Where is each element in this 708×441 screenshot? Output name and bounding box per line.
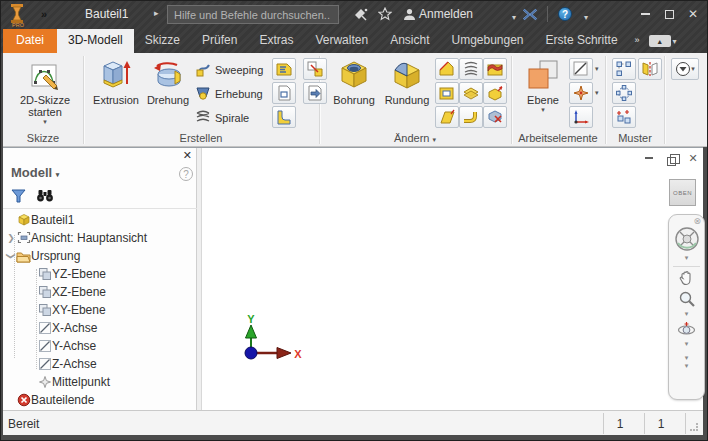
ebene-button[interactable]: Ebene ▾ <box>521 56 565 130</box>
kombinieren-icon <box>486 60 504 78</box>
tree-item-mittelpunkt[interactable]: Mittelpunkt <box>3 373 197 391</box>
help-icon[interactable]: ? <box>557 6 573 22</box>
viewcube[interactable]: OBEN <box>669 179 696 206</box>
sign-in-button[interactable]: Anmelden <box>419 7 473 21</box>
tree-item-hauptansicht[interactable]: ❯ Ansicht: Hauptansicht <box>3 229 197 247</box>
orbit-dropdown-icon[interactable]: ▾ <box>669 340 704 348</box>
navbar-more-icon[interactable]: ▾▾ <box>669 354 704 370</box>
orbit-button[interactable] <box>669 321 704 338</box>
tab-verwalten[interactable]: Verwalten <box>304 29 379 53</box>
rundung-button[interactable]: Rundung <box>380 56 434 130</box>
verdicken-button[interactable] <box>459 82 483 104</box>
tree-item-ursprung[interactable]: ❯ Ursprung <box>3 247 197 265</box>
tab-datei[interactable]: Datei <box>3 29 57 53</box>
doc-close-button[interactable]: ✕ <box>684 151 702 165</box>
maximize-button[interactable] <box>659 5 679 23</box>
doc-minimize-button[interactable] <box>640 151 658 165</box>
tree-item-bauteil1[interactable]: Bauteil1 <box>3 211 197 229</box>
resize-grip[interactable] <box>690 423 699 432</box>
bohrung-button[interactable]: Bohrung <box>327 56 381 130</box>
browser-header[interactable]: Modell ▾ <box>11 165 59 180</box>
group-label-aendern[interactable]: Ändern ▾ <box>319 132 511 144</box>
svg-text:X: X <box>294 348 302 360</box>
favorites-star-icon[interactable] <box>377 6 393 22</box>
ribbon-options-button[interactable]: ▾ <box>671 58 699 80</box>
group-label-erstellen[interactable]: Erstellen <box>83 132 319 144</box>
browser-help-icon[interactable]: ? <box>179 167 193 181</box>
koerper-verschieben-button[interactable] <box>483 82 507 104</box>
achse-dropdown-icon[interactable]: ▾ <box>595 65 599 73</box>
navbar-close-icon[interactable]: ⊗ <box>693 216 701 226</box>
tree-item-x-achse[interactable]: X-Achse <box>3 319 197 337</box>
tab-skizze[interactable]: Skizze <box>134 29 191 53</box>
runde-anordnung-button[interactable] <box>612 82 636 104</box>
spirale-button[interactable]: Spirale <box>195 108 249 128</box>
start-2d-sketch-button[interactable]: 2D-Skizze starten ▾ <box>17 56 73 130</box>
formschraege-button[interactable] <box>435 106 459 128</box>
kombinieren-button[interactable] <box>483 58 507 80</box>
tree-item-bauteilende[interactable]: Bauteilende <box>3 391 197 409</box>
skizzenbasierte-anordnung-button[interactable] <box>612 106 636 128</box>
steering-wheel-button[interactable] <box>669 226 704 252</box>
close-button[interactable]: ✕ <box>683 5 703 23</box>
wandung-button[interactable] <box>435 82 459 104</box>
doc-restore-button[interactable] <box>662 154 680 168</box>
group-label-muster[interactable]: Muster <box>605 132 665 144</box>
header: PRO » Bauteil1 ▸ Anmelden ▾ <box>1 1 708 53</box>
help-dropdown-icon[interactable]: ▾ <box>578 9 594 25</box>
extrusion-button[interactable]: Extrusion <box>89 56 143 130</box>
drehung-button[interactable]: Drehung <box>143 56 193 130</box>
tab-overflow-icon[interactable]: » <box>629 29 643 53</box>
tab-umgebungen[interactable]: Umgebungen <box>440 29 534 53</box>
tab-ansicht[interactable]: Ansicht <box>379 29 440 53</box>
signin-dropdown-icon[interactable]: ▾ <box>506 9 522 25</box>
tree-item-xy-ebene[interactable]: XY-Ebene <box>3 301 197 319</box>
group-label-skizze[interactable]: Skizze <box>3 132 83 144</box>
spiegeln-button[interactable] <box>638 58 662 80</box>
browser-close-icon[interactable]: ✕ <box>183 149 192 162</box>
status-count-2: 1 <box>646 417 676 431</box>
flaeche-loeschen-button[interactable] <box>483 106 507 128</box>
filter-icon[interactable] <box>11 189 26 207</box>
zoom-button[interactable] <box>669 290 704 308</box>
rippe-button[interactable] <box>272 106 296 128</box>
wheel-dropdown-icon[interactable]: ▾ <box>669 254 704 262</box>
fase-button[interactable] <box>435 58 459 80</box>
title-arrow-icon[interactable]: ▸ <box>154 8 159 18</box>
gewinde-button[interactable] <box>459 58 483 80</box>
expander-expanded-icon[interactable]: ❯ <box>6 251 16 261</box>
tree-item-y-achse[interactable]: Y-Achse <box>3 337 197 355</box>
qat-expand-icon[interactable]: » <box>41 8 45 20</box>
sweeping-button[interactable]: Sweeping <box>195 60 263 80</box>
rechteckige-anordnung-button[interactable] <box>612 58 636 80</box>
punkt-dropdown-icon[interactable]: ▾ <box>595 89 599 97</box>
search-community-icon[interactable] <box>353 6 369 22</box>
abwickeln-button[interactable] <box>272 82 296 104</box>
bks-button[interactable] <box>569 106 593 128</box>
ableiten-button[interactable] <box>303 58 327 80</box>
erhebung-button[interactable]: Erhebung <box>195 84 263 104</box>
help-search-input[interactable] <box>167 5 339 24</box>
tab-pruefen[interactable]: Prüfen <box>191 29 248 53</box>
expander-collapsed-icon[interactable]: ❯ <box>6 233 16 243</box>
ribbon-toggle-dropdown-icon[interactable]: ▾ <box>673 37 677 53</box>
tab-erste-schritte[interactable]: Erste Schritte <box>535 29 629 53</box>
tree-item-z-achse[interactable]: Z-Achse <box>3 355 197 373</box>
search-binoculars-icon[interactable] <box>36 188 54 207</box>
einfuegen-button[interactable] <box>303 82 327 104</box>
a360-icon[interactable] <box>522 6 538 22</box>
viewport[interactable]: ✕ OBEN ⊗ ▾ ▾ ▾ ▾▾ <box>202 148 703 411</box>
group-label-arbeitselemente[interactable]: Arbeitselemente <box>511 132 605 144</box>
pan-button[interactable] <box>669 270 704 287</box>
tab-extras[interactable]: Extras <box>248 29 304 53</box>
biegen-button[interactable] <box>459 106 483 128</box>
ribbon-display-toggle[interactable]: ▲ <box>649 35 671 47</box>
punkt-button[interactable] <box>569 82 593 104</box>
tree-item-xz-ebene[interactable]: XZ-Ebene <box>3 283 197 301</box>
achse-button[interactable] <box>569 58 593 80</box>
praegen-button[interactable] <box>272 58 296 80</box>
tree-item-yz-ebene[interactable]: YZ-Ebene <box>3 265 197 283</box>
zoom-dropdown-icon[interactable]: ▾ <box>669 310 704 318</box>
tab-3d-modell[interactable]: 3D-Modell <box>57 29 134 53</box>
minimize-button[interactable] <box>635 5 655 23</box>
